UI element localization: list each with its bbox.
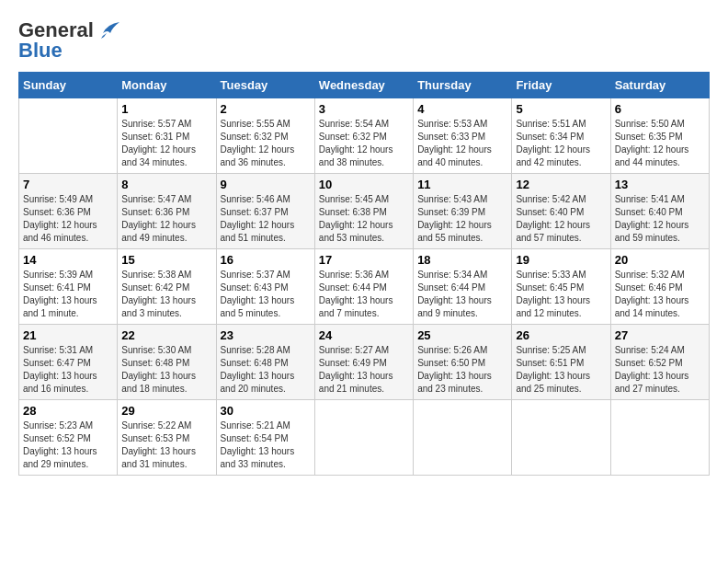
calendar-cell: 7 Sunrise: 5:49 AM Sunset: 6:36 PM Dayli… xyxy=(19,174,118,249)
calendar-cell xyxy=(610,400,709,476)
calendar-cell: 1 Sunrise: 5:57 AM Sunset: 6:31 PM Dayli… xyxy=(118,98,216,174)
day-number: 13 xyxy=(615,178,705,191)
calendar-cell: 8 Sunrise: 5:47 AM Sunset: 6:36 PM Dayli… xyxy=(118,174,216,249)
day-number: 12 xyxy=(516,178,606,191)
day-number: 25 xyxy=(417,328,507,342)
calendar-cell: 9 Sunrise: 5:46 AM Sunset: 6:37 PM Dayli… xyxy=(216,174,314,249)
calendar-cell: 17 Sunrise: 5:36 AM Sunset: 6:44 PM Dayl… xyxy=(314,249,413,325)
day-info: Sunrise: 5:27 AM Sunset: 6:49 PM Dayligh… xyxy=(319,344,409,396)
calendar-cell: 21 Sunrise: 5:31 AM Sunset: 6:47 PM Dayl… xyxy=(19,325,118,400)
day-number: 28 xyxy=(23,404,113,418)
day-number: 19 xyxy=(516,253,606,267)
day-number: 30 xyxy=(221,404,311,418)
logo: General Blue xyxy=(18,18,121,63)
day-number: 11 xyxy=(417,178,507,191)
calendar-cell: 16 Sunrise: 5:37 AM Sunset: 6:43 PM Dayl… xyxy=(216,249,314,325)
day-number: 7 xyxy=(23,178,113,191)
calendar-cell: 5 Sunrise: 5:51 AM Sunset: 6:34 PM Dayli… xyxy=(512,98,610,174)
calendar-cell: 20 Sunrise: 5:32 AM Sunset: 6:46 PM Dayl… xyxy=(610,249,709,325)
day-info: Sunrise: 5:28 AM Sunset: 6:48 PM Dayligh… xyxy=(221,344,311,396)
day-info: Sunrise: 5:49 AM Sunset: 6:36 PM Dayligh… xyxy=(23,193,113,245)
day-number: 8 xyxy=(121,178,211,191)
calendar-cell: 19 Sunrise: 5:33 AM Sunset: 6:45 PM Dayl… xyxy=(512,249,610,325)
day-number: 26 xyxy=(516,328,606,342)
calendar-cell: 24 Sunrise: 5:27 AM Sunset: 6:49 PM Dayl… xyxy=(314,325,413,400)
day-info: Sunrise: 5:30 AM Sunset: 6:48 PM Dayligh… xyxy=(121,344,211,396)
col-header-wednesday: Wednesday xyxy=(314,73,413,98)
day-info: Sunrise: 5:57 AM Sunset: 6:31 PM Dayligh… xyxy=(121,118,211,169)
day-number: 20 xyxy=(615,253,705,267)
day-number: 23 xyxy=(221,328,311,342)
day-info: Sunrise: 5:41 AM Sunset: 6:40 PM Dayligh… xyxy=(615,193,705,245)
day-number: 29 xyxy=(121,404,211,418)
calendar-cell xyxy=(512,400,610,476)
day-info: Sunrise: 5:22 AM Sunset: 6:53 PM Dayligh… xyxy=(121,419,211,471)
day-number: 6 xyxy=(615,102,705,116)
col-header-tuesday: Tuesday xyxy=(216,73,314,98)
day-info: Sunrise: 5:38 AM Sunset: 6:42 PM Dayligh… xyxy=(121,269,211,320)
day-info: Sunrise: 5:36 AM Sunset: 6:44 PM Dayligh… xyxy=(319,269,409,320)
day-number: 14 xyxy=(23,253,113,267)
day-info: Sunrise: 5:43 AM Sunset: 6:39 PM Dayligh… xyxy=(417,193,507,245)
day-number: 21 xyxy=(23,328,113,342)
day-info: Sunrise: 5:37 AM Sunset: 6:43 PM Dayligh… xyxy=(221,269,311,320)
calendar-cell: 13 Sunrise: 5:41 AM Sunset: 6:40 PM Dayl… xyxy=(610,174,709,249)
calendar-cell: 23 Sunrise: 5:28 AM Sunset: 6:48 PM Dayl… xyxy=(216,325,314,400)
day-number: 18 xyxy=(417,253,507,267)
day-info: Sunrise: 5:55 AM Sunset: 6:32 PM Dayligh… xyxy=(221,118,311,169)
calendar-cell: 10 Sunrise: 5:45 AM Sunset: 6:38 PM Dayl… xyxy=(314,174,413,249)
day-number: 2 xyxy=(221,102,311,116)
calendar-cell: 11 Sunrise: 5:43 AM Sunset: 6:39 PM Dayl… xyxy=(414,174,512,249)
day-info: Sunrise: 5:47 AM Sunset: 6:36 PM Dayligh… xyxy=(121,193,211,245)
logo-bird-icon xyxy=(94,20,121,40)
day-number: 27 xyxy=(615,328,705,342)
calendar-cell: 18 Sunrise: 5:34 AM Sunset: 6:44 PM Dayl… xyxy=(414,249,512,325)
day-info: Sunrise: 5:45 AM Sunset: 6:38 PM Dayligh… xyxy=(319,193,409,245)
day-number: 22 xyxy=(121,328,211,342)
day-number: 3 xyxy=(319,102,409,116)
calendar-cell: 28 Sunrise: 5:23 AM Sunset: 6:52 PM Dayl… xyxy=(19,400,118,476)
day-number: 10 xyxy=(319,178,409,191)
day-number: 17 xyxy=(319,253,409,267)
day-number: 5 xyxy=(516,102,606,116)
day-number: 24 xyxy=(319,328,409,342)
col-header-friday: Friday xyxy=(512,73,610,98)
calendar-cell: 29 Sunrise: 5:22 AM Sunset: 6:53 PM Dayl… xyxy=(118,400,216,476)
calendar-cell: 4 Sunrise: 5:53 AM Sunset: 6:33 PM Dayli… xyxy=(414,98,512,174)
calendar-cell: 26 Sunrise: 5:25 AM Sunset: 6:51 PM Dayl… xyxy=(512,325,610,400)
calendar-cell: 30 Sunrise: 5:21 AM Sunset: 6:54 PM Dayl… xyxy=(216,400,314,476)
calendar-cell: 12 Sunrise: 5:42 AM Sunset: 6:40 PM Dayl… xyxy=(512,174,610,249)
day-info: Sunrise: 5:25 AM Sunset: 6:51 PM Dayligh… xyxy=(516,344,606,396)
day-info: Sunrise: 5:50 AM Sunset: 6:35 PM Dayligh… xyxy=(615,118,705,169)
day-info: Sunrise: 5:42 AM Sunset: 6:40 PM Dayligh… xyxy=(516,193,606,245)
col-header-monday: Monday xyxy=(118,73,216,98)
day-info: Sunrise: 5:51 AM Sunset: 6:34 PM Dayligh… xyxy=(516,118,606,169)
day-info: Sunrise: 5:23 AM Sunset: 6:52 PM Dayligh… xyxy=(23,419,113,471)
day-number: 15 xyxy=(121,253,211,267)
day-info: Sunrise: 5:24 AM Sunset: 6:52 PM Dayligh… xyxy=(615,344,705,396)
day-number: 4 xyxy=(417,102,507,116)
day-info: Sunrise: 5:21 AM Sunset: 6:54 PM Dayligh… xyxy=(221,419,311,471)
calendar-table: SundayMondayTuesdayWednesdayThursdayFrid… xyxy=(18,72,710,476)
calendar-cell xyxy=(19,98,118,174)
logo-blue: Blue xyxy=(18,39,63,63)
day-number: 1 xyxy=(121,102,211,116)
calendar-cell: 22 Sunrise: 5:30 AM Sunset: 6:48 PM Dayl… xyxy=(118,325,216,400)
day-info: Sunrise: 5:54 AM Sunset: 6:32 PM Dayligh… xyxy=(319,118,409,169)
calendar-cell: 3 Sunrise: 5:54 AM Sunset: 6:32 PM Dayli… xyxy=(314,98,413,174)
calendar-cell: 27 Sunrise: 5:24 AM Sunset: 6:52 PM Dayl… xyxy=(610,325,709,400)
day-info: Sunrise: 5:33 AM Sunset: 6:45 PM Dayligh… xyxy=(516,269,606,320)
col-header-sunday: Sunday xyxy=(19,73,118,98)
calendar-cell xyxy=(414,400,512,476)
day-info: Sunrise: 5:53 AM Sunset: 6:33 PM Dayligh… xyxy=(417,118,507,169)
day-number: 9 xyxy=(221,178,311,191)
calendar-cell: 15 Sunrise: 5:38 AM Sunset: 6:42 PM Dayl… xyxy=(118,249,216,325)
col-header-thursday: Thursday xyxy=(414,73,512,98)
calendar-cell: 2 Sunrise: 5:55 AM Sunset: 6:32 PM Dayli… xyxy=(216,98,314,174)
day-info: Sunrise: 5:32 AM Sunset: 6:46 PM Dayligh… xyxy=(615,269,705,320)
col-header-saturday: Saturday xyxy=(610,73,709,98)
day-info: Sunrise: 5:39 AM Sunset: 6:41 PM Dayligh… xyxy=(23,269,113,320)
day-info: Sunrise: 5:31 AM Sunset: 6:47 PM Dayligh… xyxy=(23,344,113,396)
day-number: 16 xyxy=(221,253,311,267)
day-info: Sunrise: 5:26 AM Sunset: 6:50 PM Dayligh… xyxy=(417,344,507,396)
